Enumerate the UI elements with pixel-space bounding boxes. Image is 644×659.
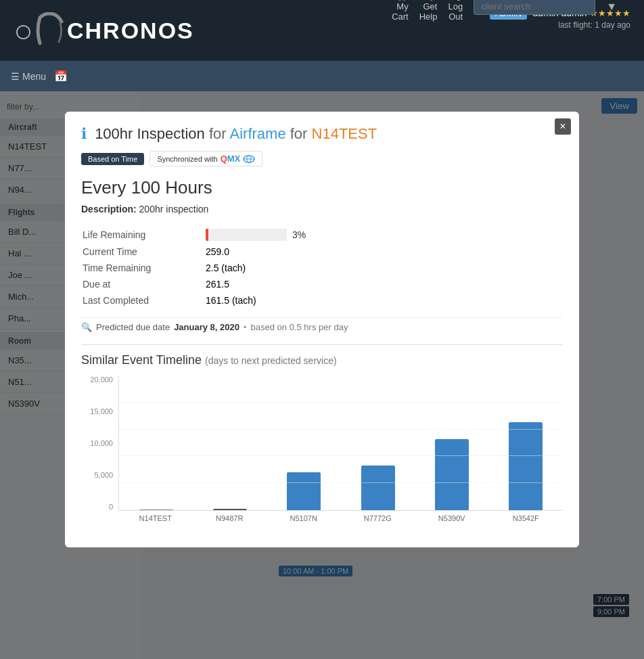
predicted-label: Predicted due date [96,322,170,332]
qmx-mx-icon: MX [227,154,241,164]
progress-fill [206,229,208,241]
last-flight: last flight: 1 day ago [490,20,630,30]
due-at-label: Due at [83,277,204,292]
predicted-date: January 8, 2020 [174,322,239,332]
life-remaining-row: Life Remaining 3% [83,227,561,243]
modal-title-tail: N14TEST [312,125,377,142]
badge-sync: Synchronized with QMX [150,151,262,166]
logo-text: CHRONOS [67,18,194,44]
grid-line-4 [119,482,563,483]
current-time-row: Current Time 259.0 [83,244,561,259]
bar-n9487r [213,509,247,510]
bar-n3542f [509,422,543,510]
header: ○ CHRONOS ADMIN admin admin ★★★★★ last f… [0,0,644,61]
bar-n5390v [435,439,469,510]
grid-line-1 [119,402,563,403]
modal-title: ℹ 100hr Inspection for Airframe for N14T… [81,125,563,143]
life-remaining-value: 3% [206,227,561,243]
x-label-n14test: N14TEST [118,511,193,531]
time-remaining-value: 2.5 (tach) [206,260,561,275]
predicted-based: based on 0.5 hrs per day [251,322,348,332]
description-text: 200hr inspection [139,204,209,214]
x-label-n5390v: N5390V [415,511,489,531]
modal-title-for2: for [290,125,312,142]
logo: ○ CHRONOS [14,12,194,49]
close-icon: × [559,120,566,133]
magnifier-icon: 🔍 [81,322,92,332]
bar-group-n9487r [193,376,267,510]
progress-bar [206,229,287,241]
timeline-title-text: Similar Event Timeline [81,353,202,367]
description-row: Description: Life Remaining 200hr inspec… [81,204,563,214]
current-time-label: Current Time [83,244,204,259]
chart-y-labels: 20,000 15,000 10,000 5,000 0 [81,376,118,511]
bar-group-n5107n [267,376,341,510]
description-label: Description: [81,204,137,214]
info-icon: ℹ [81,125,87,142]
y-label-20000: 20,000 [90,376,113,384]
y-label-10000: 10,000 [90,439,113,447]
chart-container: 20,000 15,000 10,000 5,000 0 [81,376,563,531]
help-link[interactable]: ❓ Get Help [419,0,438,22]
timeline-title: Similar Event Timeline (days to next pre… [81,353,563,367]
y-label-15000: 15,000 [90,407,113,415]
x-label-n7772g: N7772G [341,511,415,531]
modal-title-inspection: 100hr Inspection [95,125,205,142]
predicted-row: 🔍 Predicted due date January 8, 2020 • b… [81,317,563,336]
bar-n7772g [361,465,395,510]
search-dropdown-icon[interactable]: ▼ [606,1,617,13]
modal-title-for1: for [209,125,230,142]
time-remaining-label: Time Remaining [83,260,204,275]
bar-group-n14test [119,376,193,510]
header-right: ADMIN admin admin ★★★★★ last flight: 1 d… [490,7,630,30]
details-table: Life Remaining 3% Current Time 259.0 [81,225,563,309]
time-remaining-row: Time Remaining 2.5 (tach) [83,260,561,275]
logo-arc-icon [34,12,64,49]
life-remaining-label: Life Remaining [83,227,204,243]
badge-time: Based on Time [81,153,144,165]
modal-close-button[interactable]: × [555,118,571,135]
x-label-n5107n: N5107N [267,511,341,531]
timeline-sub: (days to next predicted service) [205,355,337,366]
due-at-value: 261.5 [206,277,561,292]
qmx-logo: QMX [221,154,241,164]
modal-title-component: Airframe [230,125,286,142]
header-nav: 🛒 My Cart ❓ Get Help ⏻ Log Out ▼ [392,0,617,22]
bar-n14test [139,509,173,510]
last-completed-row: Last Completed 161.5 (tach) [83,293,561,308]
qmx-logo-icon [243,154,255,164]
badge-row: Based on Time Synchronized with QMX [81,151,563,166]
bar-group-n7772g [341,376,415,510]
badge-sync-prefix: Synchronized with [157,155,217,163]
modal-divider [81,344,563,345]
logo-c-icon: ○ [14,12,33,49]
inspection-modal: × ℹ 100hr Inspection for Airframe for N1… [65,112,579,547]
progress-pct: 3% [292,229,306,240]
grid-line-3 [119,455,563,456]
logout-link[interactable]: ⏻ Log Out [448,0,463,22]
every-hours: Every 100 Hours [81,177,563,198]
client-search-input[interactable] [474,0,595,15]
last-completed-label: Last Completed [83,293,204,308]
bar-group-n3542f [489,376,563,510]
modal-overlay: × ℹ 100hr Inspection for Airframe for N1… [0,91,644,659]
calendar-icon: 📅 [54,70,68,83]
y-label-5000: 5,000 [94,471,113,479]
y-label-0: 0 [109,503,113,511]
last-completed-value: 161.5 (tach) [206,293,561,308]
x-label-n3542f: N3542F [489,511,564,531]
current-time-value: 259.0 [206,244,561,259]
qmx-q-icon: Q [221,154,227,164]
due-at-row: Due at 261.5 [83,277,561,292]
progress-bar-container: 3% [206,229,561,241]
chart-area [118,376,563,511]
bar-group-n5390v [415,376,488,510]
menu-button[interactable]: ☰ Menu [11,71,46,82]
x-label-n9487r: N9487R [193,511,267,531]
bar-n5107n [287,472,321,510]
content: filter by... Aircraft N14TEST N77... N94… [0,91,644,659]
predicted-sep: • [244,322,247,332]
cart-link[interactable]: 🛒 My Cart [392,0,409,22]
toolbar: ☰ Menu 📅 [0,61,644,91]
menu-icon: ☰ [11,71,20,82]
